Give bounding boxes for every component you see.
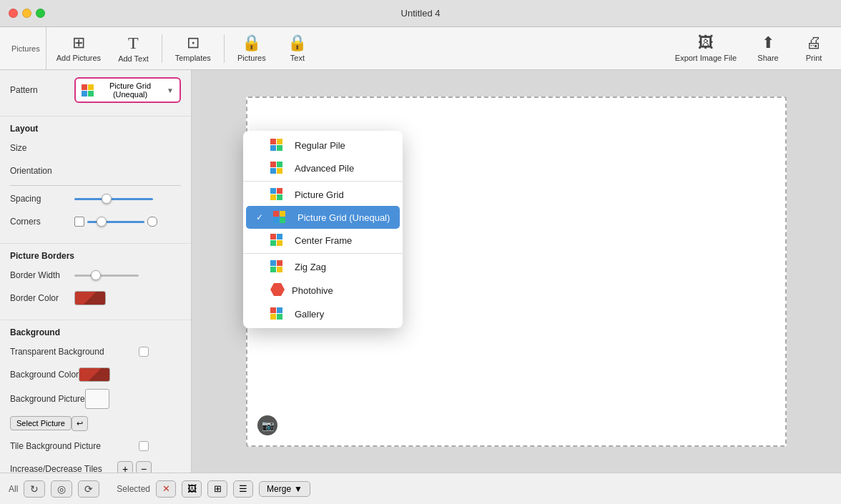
- spacing-slider[interactable]: [74, 198, 153, 200]
- bg-picture-control: [85, 389, 109, 409]
- border-width-slider-container: [74, 275, 181, 277]
- refresh-all-button[interactable]: ↻: [24, 480, 45, 498]
- decrease-tiles-button[interactable]: −: [136, 461, 152, 473]
- checkmark-picture-grid-unequal: ✓: [256, 212, 266, 222]
- merge-chevron-icon: ▼: [294, 484, 303, 494]
- dropdown-item-center-frame[interactable]: Center Frame: [243, 229, 403, 252]
- camera-icon[interactable]: 📷: [257, 415, 277, 435]
- share-label: Share: [757, 54, 778, 62]
- dropdown-item-advanced-pile[interactable]: Advanced Pile: [243, 157, 403, 179]
- layout-section: Layout Size Orientation Spacing Corners: [0, 117, 191, 244]
- tile-bg-checkbox[interactable]: [139, 441, 149, 451]
- center-all-button[interactable]: ◎: [51, 480, 72, 498]
- bg-picture-label: Background Picture: [10, 394, 85, 404]
- templates-button[interactable]: ⊡ Templates: [168, 32, 218, 65]
- increase-tiles-button[interactable]: +: [117, 461, 133, 473]
- bg-color-label: Background Color: [10, 370, 79, 380]
- delete-selected-button[interactable]: ✕: [156, 480, 176, 498]
- corners-slider[interactable]: [87, 221, 144, 223]
- add-pictures-label: Add Pictures: [56, 54, 101, 62]
- pattern-row: Pattern Picture Grid (Unequal) ▼: [10, 77, 181, 103]
- templates-label: Templates: [175, 54, 211, 62]
- add-text-button[interactable]: T Add Text: [111, 31, 156, 66]
- spacing-label: Spacing: [10, 194, 74, 204]
- spacing-slider-container: [74, 198, 181, 200]
- dropdown-separator-2: [243, 253, 403, 254]
- tile-bg-row: Tile Background Picture: [10, 438, 181, 455]
- zig-zag-label: Zig Zag: [295, 262, 326, 272]
- corners-control: [74, 217, 157, 227]
- dropdown-item-picture-grid-unequal[interactable]: ✓ Picture Grid (Unequal): [246, 206, 400, 229]
- bg-color-row: Background Color: [10, 366, 181, 383]
- transparent-bg-checkbox[interactable]: [139, 347, 149, 357]
- orientation-label: Orientation: [10, 166, 74, 176]
- image-selected-button[interactable]: 🖼: [182, 480, 202, 498]
- orientation-row: Orientation: [10, 162, 181, 179]
- border-width-label: Border Width: [10, 270, 74, 280]
- toolbar-separator-1: [162, 34, 162, 63]
- picture-grid-unequal-icon: [273, 211, 290, 224]
- share-icon: ⬆: [762, 35, 774, 51]
- fit-all-button[interactable]: ⟳: [78, 480, 99, 498]
- advanced-pile-label: Advanced Pile: [295, 163, 354, 174]
- columns-selected-button[interactable]: ⊞: [207, 480, 227, 498]
- center-frame-label: Center Frame: [295, 235, 352, 246]
- border-width-row: Border Width: [10, 267, 181, 284]
- picture-grid-icon: [270, 188, 287, 201]
- canvas-area: 📷 Regular Pile: [192, 70, 841, 473]
- dropdown-item-zig-zag[interactable]: Zig Zag: [243, 255, 403, 278]
- corners-row: Corners: [10, 213, 181, 230]
- select-picture-button[interactable]: Select Picture: [10, 416, 72, 430]
- text-tool-button[interactable]: 🔒 Text: [276, 32, 319, 65]
- tile-controls: + −: [117, 461, 152, 473]
- rows-selected-button[interactable]: ☰: [233, 480, 253, 498]
- text-tool-label: Text: [290, 54, 305, 62]
- print-button[interactable]: 🖨 Print: [792, 32, 835, 65]
- bg-color-swatch[interactable]: [79, 367, 110, 382]
- export-icon: 🖼: [698, 35, 714, 51]
- svg-marker-0: [270, 283, 285, 296]
- pictures-tool-button[interactable]: 🔒 Pictures: [230, 32, 273, 65]
- pattern-section: Pattern Picture Grid (Unequal) ▼: [0, 70, 191, 117]
- add-text-icon: T: [128, 34, 139, 51]
- close-button[interactable]: [9, 9, 18, 18]
- bg-picture-preview: [85, 389, 109, 409]
- pictures-tool-label: Pictures: [237, 54, 266, 62]
- dropdown-item-regular-pile[interactable]: Regular Pile: [243, 134, 403, 157]
- pattern-dropdown-button[interactable]: Picture Grid (Unequal) ▼: [74, 77, 181, 103]
- dropdown-item-gallery[interactable]: Gallery: [243, 302, 403, 325]
- maximize-button[interactable]: [36, 9, 45, 18]
- dropdown-item-photohive[interactable]: Photohive: [243, 278, 403, 302]
- pattern-icon: [82, 84, 94, 97]
- border-color-label: Border Color: [10, 293, 74, 303]
- transparent-bg-row: Transparent Background: [10, 343, 181, 360]
- export-button[interactable]: 🖼 Export Image File: [668, 32, 744, 65]
- border-width-slider[interactable]: [74, 275, 139, 277]
- select-picture-clear-button[interactable]: ↩: [72, 416, 88, 431]
- spacing-row: Spacing: [10, 190, 181, 207]
- pattern-label: Pattern: [10, 85, 74, 95]
- dropdown-item-picture-grid[interactable]: Picture Grid: [243, 183, 403, 206]
- pattern-value: Picture Grid (Unequal): [98, 81, 162, 99]
- corners-label: Corners: [10, 217, 74, 227]
- photohive-icon: [270, 283, 285, 297]
- inc-dec-tiles-row: Increase/Decrease Tiles + −: [10, 460, 181, 473]
- gallery-icon: [270, 307, 287, 320]
- corner-square-sharp: [74, 217, 84, 227]
- share-button[interactable]: ⬆ Share: [747, 32, 790, 65]
- select-picture-row: Select Picture ↩: [10, 415, 181, 432]
- add-pictures-button[interactable]: ⊞ Add Pictures: [49, 32, 108, 65]
- divider-1: [10, 185, 181, 186]
- toolbar-separator-2: [224, 34, 225, 63]
- toolbar-right: 🖼 Export Image File ⬆ Share 🖨 Print: [668, 32, 835, 65]
- border-color-row: Border Color: [10, 290, 181, 307]
- selected-label: Selected: [117, 484, 150, 494]
- toolbar-pictures-section: Pictures: [6, 27, 46, 69]
- dropdown-menu-container: Regular Pile Advanced Pile: [243, 131, 403, 328]
- add-text-label: Add Text: [118, 54, 149, 63]
- minimize-button[interactable]: [22, 9, 31, 18]
- text-tool-icon: 🔒: [287, 35, 307, 51]
- dropdown-separator-1: [243, 181, 403, 182]
- merge-button[interactable]: Merge ▼: [259, 481, 310, 497]
- border-color-swatch[interactable]: [74, 291, 106, 305]
